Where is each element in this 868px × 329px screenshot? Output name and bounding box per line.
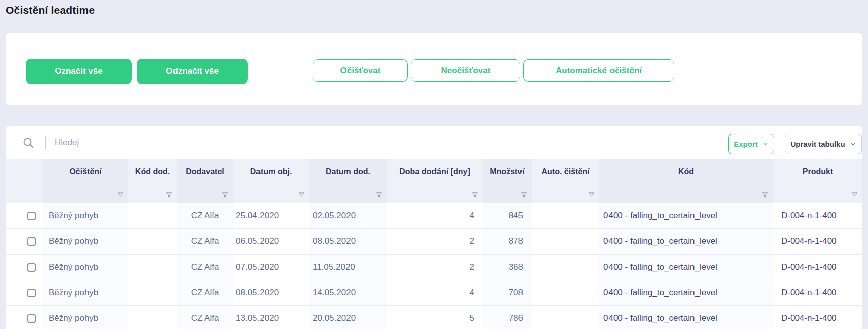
cell-datum_dod: 02.05.2020 [309, 203, 387, 228]
cell-select [6, 280, 43, 305]
row-checkbox[interactable] [27, 289, 36, 297]
column-header-kod_dod: Kód dod. [128, 159, 177, 203]
cell-datum_obj: 07.05.2020 [233, 255, 309, 280]
cell-kod: 0400 - falling_to_certain_level [599, 229, 773, 254]
cell-ocisteni: Běžný pohyb [43, 280, 128, 305]
cell-dodavatel: CZ Alfa [177, 280, 233, 305]
row-checkbox[interactable] [27, 212, 36, 220]
cell-kod: 0400 - falling_to_certain_level [599, 306, 773, 329]
cell-mnozstvi: 708 [483, 280, 532, 305]
column-header-label: Produkt [773, 159, 862, 184]
cell-produkt: D-004-n-1-400 [773, 306, 862, 329]
column-header-label: Očištění [43, 159, 128, 184]
cell-kod_dod [128, 255, 177, 280]
filter-funnel-icon[interactable] [165, 191, 173, 199]
column-header-label: Dodavatel [177, 159, 233, 184]
cell-doba_dodani: 4 [387, 203, 483, 228]
table-body: Běžný pohybCZ Alfa25.04.202002.05.202048… [6, 203, 862, 329]
row-checkbox[interactable] [27, 237, 36, 246]
cell-auto_cisteni [532, 255, 599, 280]
cell-kod_dod [128, 229, 177, 254]
cell-kod_dod [128, 306, 177, 329]
cell-produkt: D-004-n-1-400 [773, 203, 862, 228]
column-header-label: Datum dod. [309, 159, 387, 184]
filter-funnel-icon[interactable] [298, 191, 305, 199]
cell-dodavatel: CZ Alfa [177, 229, 233, 254]
column-header-label: Kód dod. [128, 159, 177, 184]
filter-funnel-icon[interactable] [375, 191, 383, 199]
chevron-down-icon [850, 141, 856, 147]
search-divider [45, 136, 46, 149]
search-icon [22, 137, 34, 149]
edit-table-button[interactable]: Upravit tabulku [785, 134, 862, 154]
auto-clean-button[interactable]: Automatické očištění [523, 59, 674, 82]
column-header-select [6, 159, 43, 203]
search-input[interactable] [55, 138, 357, 148]
cell-mnozstvi: 368 [483, 255, 532, 280]
cell-select [6, 255, 43, 280]
column-header-label: Množství [483, 159, 532, 184]
cell-select [6, 229, 43, 254]
cell-dodavatel: CZ Alfa [177, 203, 233, 228]
filter-funnel-icon[interactable] [221, 191, 229, 199]
column-header-kod: Kód [599, 159, 773, 203]
filter-funnel-icon[interactable] [851, 191, 858, 199]
cell-doba_dodani: 5 [387, 306, 483, 329]
column-header-mnozstvi: Množství [483, 159, 532, 203]
clean-button[interactable]: Očišťovat [313, 59, 408, 82]
row-checkbox[interactable] [27, 263, 36, 272]
cell-kod: 0400 - falling_to_certain_level [599, 203, 773, 228]
column-header-doba_dodani: Doba dodání [dny] [387, 159, 483, 203]
cell-datum_obj: 08.05.2020 [233, 280, 309, 305]
cell-ocisteni: Běžný pohyb [43, 255, 128, 280]
page-title: Očistění leadtime [6, 4, 95, 16]
table-row: Běžný pohybCZ Alfa06.05.202008.05.202028… [6, 229, 862, 255]
column-header-auto_cisteni: Auto. čištění [532, 159, 599, 203]
cell-dodavatel: CZ Alfa [177, 306, 233, 329]
cell-mnozstvi: 786 [483, 306, 532, 329]
cell-kod_dod [128, 280, 177, 305]
cell-mnozstvi: 845 [483, 203, 532, 228]
cell-kod_dod [128, 203, 177, 228]
column-header-ocisteni: Očištění [43, 159, 128, 203]
column-header-label: Doba dodání [dny] [387, 159, 483, 184]
cell-datum_obj: 13.05.2020 [233, 306, 309, 329]
dont-clean-button[interactable]: Neočišťovat [411, 59, 520, 82]
cell-select [6, 203, 43, 228]
table-row: Běžný pohybCZ Alfa08.05.202014.05.202047… [6, 280, 862, 306]
cell-doba_dodani: 4 [387, 280, 483, 305]
row-checkbox[interactable] [27, 314, 36, 323]
export-button[interactable]: Export [728, 134, 774, 154]
table-row: Běžný pohybCZ Alfa13.05.202020.05.202057… [6, 306, 862, 329]
cell-auto_cisteni [532, 203, 599, 228]
column-header-datum_dod: Datum dod. [309, 159, 387, 203]
filter-funnel-icon[interactable] [117, 191, 124, 199]
cell-ocisteni: Běžný pohyb [43, 203, 128, 228]
cell-doba_dodani: 2 [387, 255, 483, 280]
filter-funnel-icon[interactable] [520, 191, 528, 199]
filter-funnel-icon[interactable] [588, 191, 595, 199]
table-header-row: OčištěníKód dod.DodavatelDatum obj.Datum… [6, 159, 862, 203]
filter-funnel-icon[interactable] [761, 191, 769, 199]
column-header-label: Auto. čištění [532, 159, 599, 184]
column-header-label [6, 159, 43, 184]
cell-dodavatel: CZ Alfa [177, 255, 233, 280]
column-header-dodavatel: Dodavatel [177, 159, 233, 203]
chevron-down-icon [762, 141, 769, 147]
edit-table-button-label: Upravit tabulku [790, 140, 845, 148]
cell-kod: 0400 - falling_to_certain_level [599, 255, 773, 280]
cell-mnozstvi: 878 [483, 229, 532, 254]
table-row: Běžný pohybCZ Alfa25.04.202002.05.202048… [6, 203, 862, 229]
cell-datum_dod: 14.05.2020 [309, 280, 387, 305]
select-all-button[interactable]: Označit vše [26, 59, 132, 84]
cell-ocisteni: Běžný pohyb [43, 229, 128, 254]
filter-funnel-icon[interactable] [471, 191, 479, 199]
cell-datum_obj: 06.05.2020 [233, 229, 309, 254]
column-header-label: Kód [599, 159, 773, 184]
cell-ocisteni: Běžný pohyb [43, 306, 128, 329]
cell-datum_obj: 25.04.2020 [233, 203, 309, 228]
column-header-datum_obj: Datum obj. [233, 159, 309, 203]
deselect-all-button[interactable]: Odznačit vše [137, 59, 248, 84]
cell-auto_cisteni [532, 229, 599, 254]
export-button-label: Export [734, 140, 758, 148]
